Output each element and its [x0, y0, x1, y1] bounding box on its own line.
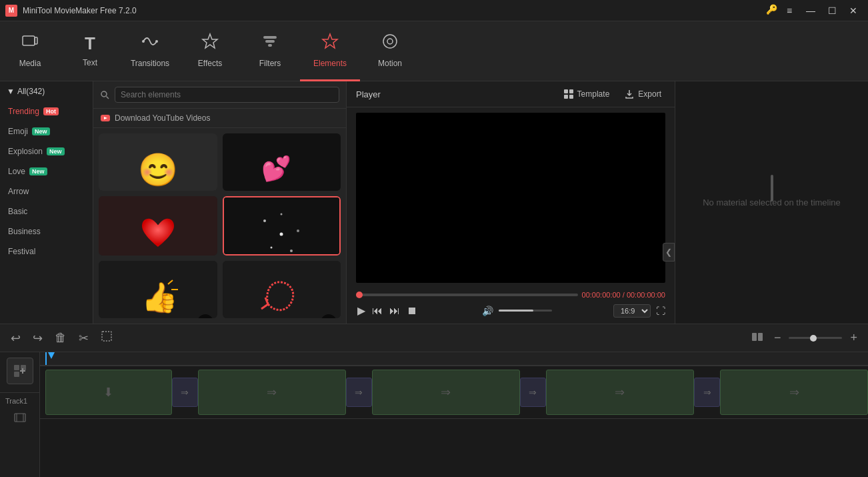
great-svg: 👍: [131, 271, 185, 318]
category-item-festival[interactable]: Festival: [0, 242, 93, 262]
progress-thumb[interactable]: [356, 292, 363, 298]
prev-frame-button[interactable]: ⏮: [371, 304, 384, 318]
category-item-explosion[interactable]: Explosion New: [0, 141, 93, 161]
split-view-button[interactable]: [749, 328, 766, 348]
transitions-icon: [141, 32, 159, 55]
undo-button[interactable]: ↩: [8, 328, 23, 348]
export-button[interactable]: Export: [620, 87, 665, 101]
element-card-snowflake[interactable]: Snowflake 1: [223, 196, 341, 256]
transition-segment-1[interactable]: ⇒: [172, 378, 198, 407]
zoom-in-button[interactable]: +: [847, 328, 860, 348]
track-segment-2[interactable]: ⇒: [372, 370, 520, 415]
svg-rect-31: [752, 333, 757, 341]
volume-track[interactable]: [499, 310, 552, 312]
element-thumb-great: 👍 ⬇: [99, 261, 217, 318]
svg-point-21: [280, 232, 283, 235]
search-input[interactable]: [115, 87, 339, 103]
next-frame-button[interactable]: ⏭: [388, 304, 401, 318]
svg-rect-35: [14, 372, 19, 377]
love-label: Love: [8, 167, 25, 176]
template-button[interactable]: Template: [559, 87, 614, 101]
download-label: Download YouTube Videos: [115, 113, 210, 123]
toolbar-item-filters[interactable]: Filters: [240, 21, 300, 81]
search-icon: [100, 90, 109, 99]
element-card-smiling-face[interactable]: 😊 Smiling face with su...: [99, 133, 217, 191]
category-item-arrow[interactable]: Arrow: [0, 181, 93, 201]
timeline-area: ↩ ↪ 🗑 ✂ − +: [0, 324, 868, 477]
volume-row: 🔊: [481, 304, 552, 318]
hamburger-button[interactable]: ≡: [780, 4, 799, 17]
toolbar-item-elements[interactable]: Elements: [300, 21, 360, 81]
track-segment-0[interactable]: ⬇: [45, 370, 172, 415]
element-card-great[interactable]: 👍 ⬇ Great: [99, 261, 217, 318]
category-item-trending[interactable]: Trending Hot: [0, 101, 93, 121]
zoom-thumb[interactable]: [810, 335, 817, 342]
category-item-love[interactable]: Love New: [0, 161, 93, 181]
category-item-business[interactable]: Business: [0, 221, 93, 242]
redo-button[interactable]: ↪: [30, 328, 45, 348]
add-icon: [13, 364, 27, 378]
transition-segment-4[interactable]: ⇒: [694, 378, 720, 407]
toolbar-item-text[interactable]: T Text: [60, 21, 120, 81]
great-download-icon[interactable]: ⬇: [197, 314, 213, 318]
crop-button[interactable]: [98, 328, 115, 348]
explosion-label: Explosion: [8, 147, 43, 156]
minimize-button[interactable]: —: [801, 4, 820, 17]
track-segment-4[interactable]: ⇒: [720, 370, 868, 415]
track-segment-1[interactable]: ⇒: [198, 370, 346, 415]
scroll-indicator: [771, 175, 773, 201]
toolbar-item-motion[interactable]: Motion: [360, 21, 420, 81]
track-segment-3[interactable]: ⇒: [546, 370, 694, 415]
template-icon: [563, 89, 574, 99]
element-card-colorful-love[interactable]: 💕 Colorful love 3: [223, 133, 341, 191]
text-label: Text: [83, 58, 97, 67]
maximize-button[interactable]: ☐: [823, 4, 841, 17]
volume-icon[interactable]: 🔊: [481, 304, 495, 318]
time-total: 00:00:00:00: [627, 291, 665, 299]
dropdown-arrow-icon: ▼: [7, 87, 15, 96]
pin-icon[interactable]: 🔑: [766, 4, 777, 17]
toolbar-item-transitions[interactable]: Transitions: [120, 21, 180, 81]
toolbar-item-effects[interactable]: Effects: [180, 21, 240, 81]
element-card-red-heart[interactable]: Red heart: [99, 196, 217, 256]
transition-segment-2[interactable]: ⇒: [346, 378, 372, 407]
collapse-panel-button[interactable]: ❮: [663, 243, 675, 262]
playhead[interactable]: [45, 352, 47, 365]
progress-track[interactable]: [356, 294, 578, 296]
element-card-arrow5[interactable]: ⬇ Arrow 5: [223, 261, 341, 318]
delete-button[interactable]: 🗑: [52, 328, 69, 348]
svg-point-2: [142, 40, 145, 43]
player-title: Player: [356, 89, 381, 99]
zoom-out-button[interactable]: −: [771, 328, 784, 348]
playback-buttons: ▶ ⏮ ⏭ ⏹: [356, 303, 419, 318]
category-item-emoji[interactable]: Emoji New: [0, 121, 93, 141]
emoji-label: Emoji: [8, 127, 28, 136]
video-canvas: [356, 113, 665, 283]
cut-button[interactable]: ✂: [76, 328, 91, 348]
close-button[interactable]: ✕: [844, 4, 863, 17]
motion-icon: [381, 32, 399, 55]
fullscreen-button[interactable]: ⛶: [656, 306, 665, 316]
zoom-track[interactable]: [789, 337, 842, 339]
arrow5-download-icon[interactable]: ⬇: [321, 314, 337, 318]
track1-name: Track1: [5, 397, 27, 405]
play-button[interactable]: ▶: [356, 303, 367, 318]
playback-timeline: 00:00:00:00 / 00:00:00:00: [356, 291, 665, 299]
snowflake-svg: [258, 207, 305, 256]
toolbar-item-media[interactable]: Media: [0, 21, 60, 81]
svg-rect-37: [20, 370, 25, 372]
category-header[interactable]: ▼ All(342): [0, 81, 93, 101]
add-track-button[interactable]: [7, 358, 33, 384]
category-item-basic[interactable]: Basic: [0, 201, 93, 221]
export-label: Export: [638, 89, 661, 99]
svg-point-10: [387, 39, 393, 44]
download-bar[interactable]: Download YouTube Videos: [93, 109, 346, 128]
titlebar-controls[interactable]: 🔑 ≡ — ☐ ✕: [766, 4, 863, 17]
stop-button[interactable]: ⏹: [405, 304, 419, 318]
ratio-select[interactable]: 16:9 9:16 1:1 4:3: [613, 304, 651, 318]
transition-segment-3[interactable]: ⇒: [520, 378, 546, 407]
transition-arrow-icon-4: ⇒: [703, 387, 711, 398]
crop-icon: [101, 330, 113, 342]
timeline-ruler: [40, 352, 868, 366]
elements-icon: [321, 32, 339, 55]
